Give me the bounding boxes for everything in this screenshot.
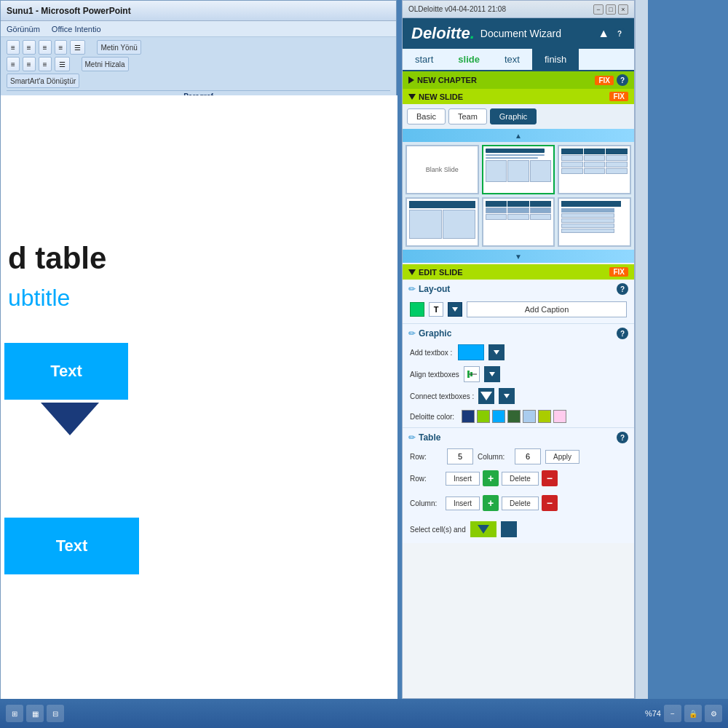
layout-label: Lay-out: [419, 284, 450, 294]
select-cells-blue-button[interactable]: [501, 521, 517, 537]
chapter-fix-button[interactable]: FIX: [595, 76, 614, 85]
swatch-pink[interactable]: [553, 410, 566, 423]
menu-office[interactable]: Office Intentio: [52, 25, 101, 33]
menu-gorunum[interactable]: Görünüm: [7, 25, 40, 33]
chapter-collapse-icon[interactable]: [408, 76, 414, 84]
column-delete-button[interactable]: Delete: [502, 496, 539, 510]
scroll-up-button[interactable]: ▲: [403, 129, 634, 142]
maximize-button[interactable]: □: [606, 4, 616, 15]
tab-finish[interactable]: finish: [532, 49, 579, 70]
chapter-help-button[interactable]: ?: [617, 74, 628, 86]
align-btn-2[interactable]: ≡: [23, 57, 36, 71]
text-box-1[interactable]: Text: [4, 343, 128, 400]
thumbnail-table-3[interactable]: [482, 197, 555, 247]
panel-titlebar-btns: − □ ×: [593, 4, 628, 15]
metni-hizala-label[interactable]: Metni Hizala: [82, 57, 129, 71]
sub-tab-team[interactable]: Team: [448, 108, 487, 124]
column-insert-button[interactable]: Insert: [446, 496, 480, 510]
column-action-label: Column:: [410, 499, 443, 507]
slide-fix-button[interactable]: FIX: [609, 92, 628, 101]
layout-dropdown-button[interactable]: [448, 302, 462, 317]
deloitte-dot: .: [470, 24, 475, 42]
column-minus-button[interactable]: −: [542, 495, 558, 511]
minimize-button[interactable]: −: [593, 4, 604, 15]
table-help-button[interactable]: ?: [617, 432, 628, 443]
align-btn-1[interactable]: ≡: [7, 57, 20, 71]
row-plus-button[interactable]: +: [483, 470, 499, 486]
table-pen-icon: ✏: [408, 432, 416, 443]
list-btn-2[interactable]: ≡: [23, 40, 36, 55]
row-delete-button[interactable]: Delete: [502, 472, 539, 486]
align-btn-3[interactable]: ≡: [39, 57, 52, 71]
column-input[interactable]: [515, 448, 541, 464]
panel-title: OLDeloitte v04-04-2011 21:08: [408, 5, 506, 13]
layout-help-button[interactable]: ?: [617, 283, 628, 295]
textbox-color-button[interactable]: [458, 344, 484, 360]
connect-icon[interactable]: [478, 388, 494, 404]
slide-title: d table: [8, 241, 106, 276]
swatch-navy[interactable]: [462, 410, 475, 423]
swatch-lime[interactable]: [538, 410, 551, 423]
swatch-light-blue[interactable]: [523, 410, 536, 423]
text-box-2[interactable]: Text: [4, 518, 139, 574]
header-help-button[interactable]: ?: [614, 28, 625, 39]
thumbnail-table-1[interactable]: [558, 145, 631, 194]
swatch-green[interactable]: [477, 410, 490, 423]
layout-text-button[interactable]: T: [429, 302, 443, 317]
taskbar-icon-2[interactable]: ▦: [26, 705, 44, 722]
layout-pen-icon: ✏: [408, 284, 416, 294]
ppt-menu: Görünüm Office Intentio: [1, 21, 396, 37]
scroll-down-button[interactable]: ▼: [403, 250, 634, 263]
zoom-out-button[interactable]: −: [664, 705, 681, 722]
doc-wizard-label: Document Wizard: [480, 28, 561, 39]
list-btn-4[interactable]: ≡: [55, 40, 68, 55]
edit-slide-expand-icon[interactable]: [408, 269, 416, 275]
swatch-dark-green[interactable]: [507, 410, 521, 423]
triangle-down-icon: [41, 403, 99, 435]
select-cells-green-button[interactable]: [470, 521, 496, 537]
new-chapter-section: NEW CHAPTER FIX ?: [403, 71, 634, 89]
close-button[interactable]: ×: [618, 4, 628, 15]
align-dropdown-button[interactable]: [484, 366, 500, 382]
tab-start[interactable]: start: [403, 49, 446, 70]
textbox-dropdown-button[interactable]: [488, 344, 505, 360]
row-input[interactable]: [447, 448, 473, 464]
row-insert-button[interactable]: Insert: [446, 472, 480, 486]
tab-slide[interactable]: slide: [446, 49, 492, 70]
add-textbox-label: Add textbox :: [410, 349, 454, 357]
smartart-label[interactable]: SmartArt'a Dönüştür: [7, 74, 79, 88]
sub-tab-graphic[interactable]: Graphic: [490, 108, 537, 124]
collapse-panel-button[interactable]: ▲: [598, 27, 609, 40]
taskbar-icon-1[interactable]: ⊞: [6, 705, 23, 722]
align-icon[interactable]: [464, 366, 480, 382]
add-caption-button[interactable]: Add Caption: [467, 301, 627, 317]
thumbnail-lines[interactable]: [482, 145, 555, 194]
metin-yonu-label[interactable]: Metin Yönü: [97, 40, 141, 55]
thumbnail-table-4[interactable]: [558, 197, 631, 247]
thumbnail-table-2[interactable]: [405, 197, 479, 247]
list-btn-1[interactable]: ≡: [7, 40, 20, 55]
taskbar-settings-icon[interactable]: ⚙: [705, 705, 722, 722]
column-plus-button[interactable]: +: [483, 495, 499, 511]
graphic-help-button[interactable]: ?: [617, 328, 628, 339]
apply-button[interactable]: Apply: [545, 450, 579, 464]
list-btn-5[interactable]: ☰: [70, 40, 85, 55]
layout-color-button[interactable]: [410, 302, 424, 317]
align-btn-4[interactable]: ☰: [55, 57, 70, 71]
edit-slide-fix-button[interactable]: FIX: [609, 267, 628, 277]
connect-dropdown-button[interactable]: [499, 388, 515, 404]
select-cells-row: Select cell(s) and: [403, 517, 634, 542]
nav-tabs: start slide text finish: [403, 49, 634, 71]
swatch-blue[interactable]: [492, 410, 505, 423]
edit-slide-section: EDIT SLIDE FIX: [403, 264, 634, 280]
list-btn-3[interactable]: ≡: [39, 40, 52, 55]
new-chapter-label: NEW CHAPTER: [417, 76, 477, 84]
slide-expand-icon[interactable]: [408, 94, 416, 100]
tab-text[interactable]: text: [492, 49, 532, 70]
row-minus-button[interactable]: −: [542, 470, 558, 486]
taskbar-lock-icon: 🔒: [684, 705, 702, 722]
deloitte-color-label: Deloitte color:: [410, 413, 454, 421]
sub-tab-basic[interactable]: Basic: [407, 108, 446, 124]
thumbnail-blank-slide[interactable]: Blank Slide: [405, 145, 479, 194]
taskbar-icon-3[interactable]: ⊟: [47, 705, 64, 722]
